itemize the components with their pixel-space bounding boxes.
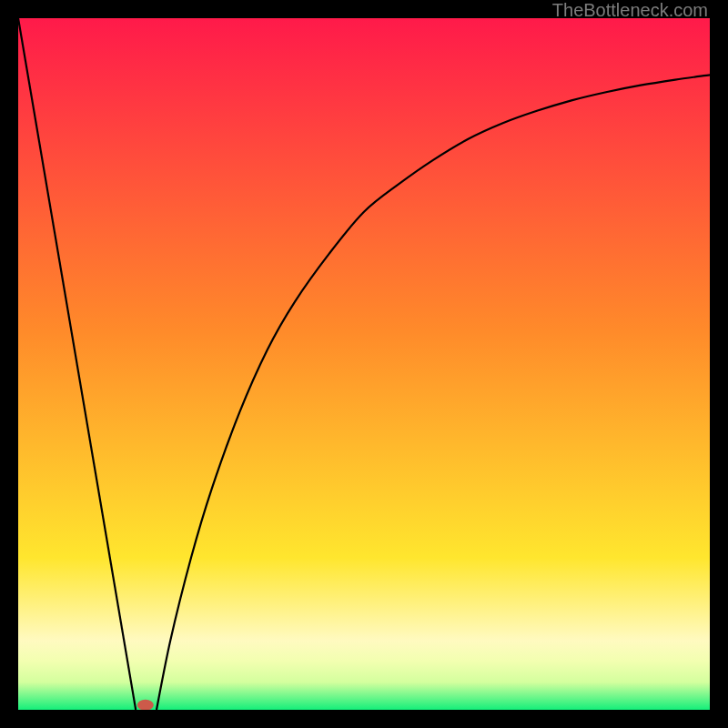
chart-frame [18, 18, 710, 710]
gradient-background [18, 18, 710, 710]
bottleneck-chart [18, 18, 710, 710]
watermark-text: TheBottleneck.com [552, 0, 708, 21]
